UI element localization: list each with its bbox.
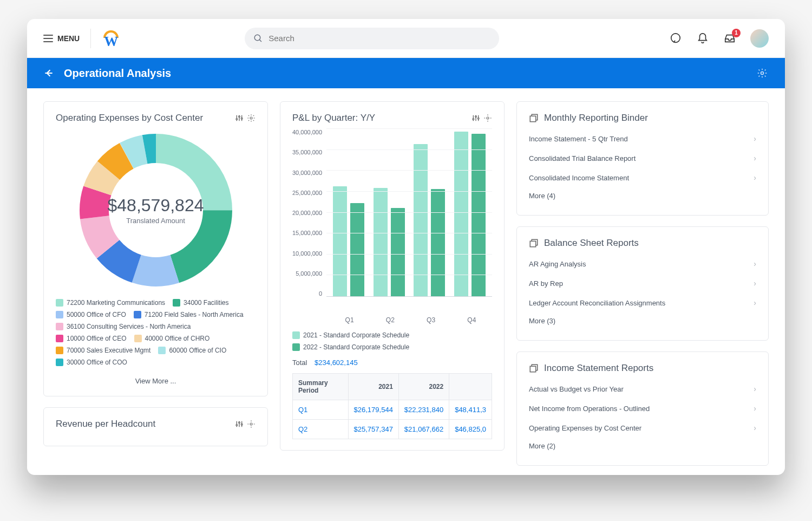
income-card: Income Statement Reports Actual vs Budge… bbox=[516, 351, 769, 466]
search-icon bbox=[253, 34, 263, 43]
total-label: Total bbox=[292, 359, 307, 367]
donut-legend: 72200 Marketing Communications34000 Faci… bbox=[56, 299, 256, 366]
svg-rect-27 bbox=[530, 241, 536, 247]
summary-table: Summary Period20212022 Q1$26,179,544$22,… bbox=[292, 373, 492, 439]
table-row[interactable]: Q1$26,179,544$22,231,840$48,411,3 bbox=[293, 400, 492, 420]
pnl-card: P&L by Quarter: Y/Y 40,000,00035,000,000… bbox=[280, 101, 505, 451]
bar-group[interactable] bbox=[414, 144, 445, 296]
svg-point-3 bbox=[761, 72, 764, 75]
inbox-badge: 1 bbox=[732, 29, 741, 37]
svg-point-24 bbox=[477, 118, 479, 119]
legend-item[interactable]: 10000 Office of CEO bbox=[56, 335, 127, 342]
workday-logo[interactable]: W bbox=[102, 29, 120, 48]
legend-item[interactable]: 34000 Facilities bbox=[173, 299, 228, 307]
donut-title: Operating Expenses by Cost Center bbox=[56, 113, 203, 123]
topbar: MENU W 1 bbox=[27, 19, 785, 58]
revenue-card: Revenue per Headcount bbox=[43, 407, 268, 446]
legend-item[interactable]: 72200 Marketing Communications bbox=[56, 299, 165, 307]
binder-more[interactable]: More (4) bbox=[529, 187, 756, 204]
stack-icon bbox=[529, 113, 539, 123]
page-header: Operational Analysis bbox=[27, 58, 785, 88]
balance-card: Balance Sheet Reports AR Aging Analysis›… bbox=[516, 226, 769, 341]
gear-icon[interactable] bbox=[247, 114, 256, 122]
legend-item[interactable]: 60000 Office of CIO bbox=[158, 347, 226, 354]
legend-item[interactable]: 71200 Field Sales - North America bbox=[134, 311, 244, 318]
legend-item[interactable]: 36100 Consulting Services - North Americ… bbox=[56, 323, 191, 330]
list-item[interactable]: Net Income from Operations - Outlined› bbox=[529, 399, 756, 418]
svg-line-1 bbox=[259, 40, 261, 42]
gear-icon[interactable] bbox=[483, 114, 492, 122]
legend-item[interactable]: 2022 - Standard Corporate Schedule bbox=[292, 343, 492, 351]
stack-icon bbox=[529, 363, 539, 373]
income-more[interactable]: More (2) bbox=[529, 438, 756, 454]
view-more-link[interactable]: View More ... bbox=[56, 377, 256, 385]
list-item[interactable]: Consolidated Trial Balance Report› bbox=[529, 148, 756, 168]
bar-chart[interactable]: 40,000,00035,000,00030,000,00025,000,000… bbox=[292, 129, 492, 313]
list-item[interactable]: Ledger Account Reconciliation Assignment… bbox=[529, 293, 756, 312]
chat-icon[interactable] bbox=[669, 32, 682, 45]
total-value[interactable]: $234,602,145 bbox=[315, 359, 358, 367]
search-input[interactable] bbox=[269, 34, 490, 43]
list-item[interactable]: AR by Rep› bbox=[529, 273, 756, 293]
avatar[interactable] bbox=[750, 29, 769, 48]
pnl-title: P&L by Quarter: Y/Y bbox=[292, 113, 375, 123]
donut-sublabel: Translated Amount bbox=[126, 217, 185, 225]
svg-point-6 bbox=[241, 118, 243, 119]
bell-icon[interactable] bbox=[696, 32, 709, 45]
donut-chart[interactable]: $48,579,824 Translated Amount bbox=[75, 129, 237, 291]
donut-card: Operating Expenses by Cost Center bbox=[43, 101, 268, 396]
svg-point-25 bbox=[487, 117, 489, 119]
search-box[interactable] bbox=[245, 28, 499, 49]
page-settings-icon[interactable] bbox=[756, 67, 769, 80]
list-item[interactable]: Income Statement - 5 Qtr Trend› bbox=[529, 129, 756, 148]
svg-point-19 bbox=[239, 422, 240, 424]
svg-point-22 bbox=[473, 119, 474, 120]
svg-point-23 bbox=[475, 116, 477, 118]
list-item[interactable]: Actual vs Budget vs Prior Year› bbox=[529, 379, 756, 399]
legend-item[interactable]: 70000 Sales Executive Mgmt bbox=[56, 347, 150, 354]
income-title: Income Statement Reports bbox=[544, 363, 653, 374]
revenue-title: Revenue per Headcount bbox=[56, 419, 155, 429]
svg-point-18 bbox=[236, 425, 238, 426]
sliders-icon[interactable] bbox=[472, 114, 480, 122]
list-item[interactable]: AR Aging Analysis› bbox=[529, 254, 756, 273]
svg-rect-26 bbox=[530, 116, 536, 122]
menu-button[interactable]: MENU bbox=[43, 34, 80, 43]
svg-point-0 bbox=[254, 35, 260, 41]
svg-point-7 bbox=[250, 117, 252, 119]
svg-point-20 bbox=[241, 424, 243, 425]
menu-label: MENU bbox=[57, 34, 80, 43]
legend-item[interactable]: 30000 Office of COO bbox=[56, 359, 127, 366]
back-arrow-icon[interactable] bbox=[43, 68, 54, 79]
svg-point-2 bbox=[671, 33, 680, 42]
balance-more[interactable]: More (3) bbox=[529, 312, 756, 329]
divider bbox=[90, 29, 91, 48]
binder-card: Monthly Reporting Binder Income Statemen… bbox=[516, 101, 769, 216]
legend-item[interactable]: 2021 - Standard Corporate Schedule bbox=[292, 331, 492, 339]
table-row[interactable]: Q2$25,757,347$21,067,662$46,825,0 bbox=[293, 420, 492, 439]
list-item[interactable]: Operating Expenses by Cost Center› bbox=[529, 418, 756, 438]
bar-group[interactable] bbox=[374, 188, 405, 296]
bar-group[interactable] bbox=[333, 186, 364, 296]
sliders-icon[interactable] bbox=[235, 114, 244, 122]
legend-item[interactable]: 50000 Office of CFO bbox=[56, 311, 126, 318]
list-item[interactable]: Consolidated Income Statement› bbox=[529, 168, 756, 187]
svg-rect-28 bbox=[530, 366, 536, 372]
binder-title: Monthly Reporting Binder bbox=[544, 113, 648, 123]
inbox-icon[interactable]: 1 bbox=[723, 32, 736, 45]
hamburger-icon bbox=[43, 35, 53, 42]
donut-total: $48,579,824 bbox=[108, 196, 204, 216]
svg-point-5 bbox=[239, 116, 240, 118]
legend-item[interactable]: 40000 Office of CHRO bbox=[134, 335, 210, 342]
stack-icon bbox=[529, 238, 539, 248]
svg-point-21 bbox=[250, 423, 252, 425]
svg-point-4 bbox=[236, 119, 238, 120]
sliders-icon[interactable] bbox=[235, 420, 244, 428]
gear-icon[interactable] bbox=[247, 420, 256, 428]
bar-group[interactable] bbox=[454, 132, 486, 296]
page-title: Operational Analysis bbox=[64, 67, 171, 80]
balance-title: Balance Sheet Reports bbox=[544, 238, 639, 249]
